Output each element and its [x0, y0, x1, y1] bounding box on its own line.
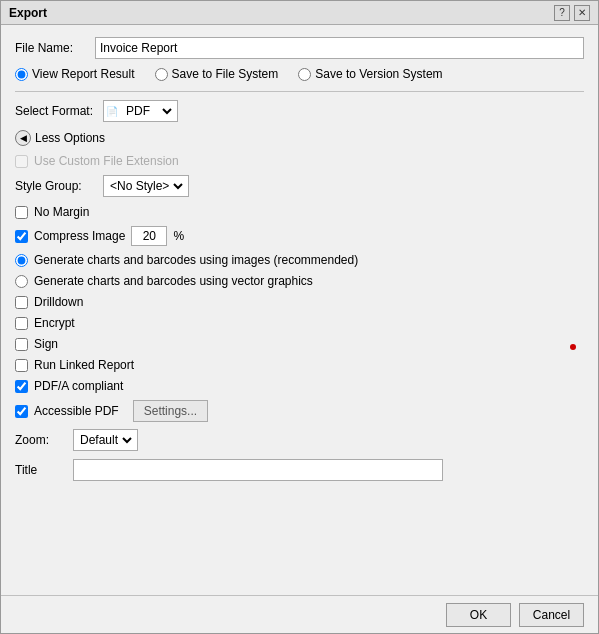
sign-label: Sign	[34, 337, 58, 351]
file-name-row: File Name:	[15, 37, 584, 59]
drilldown-label: Drilldown	[34, 295, 83, 309]
view-report-radio[interactable]	[15, 68, 28, 81]
settings-button[interactable]: Settings...	[133, 400, 208, 422]
encrypt-checkbox[interactable]	[15, 317, 28, 330]
use-custom-label: Use Custom File Extension	[34, 154, 179, 168]
zoom-row: Zoom: Default 50% 75% 100% 125% 150%	[15, 429, 584, 451]
accessible-pdf-row: Accessible PDF Settings...	[15, 400, 584, 422]
save-file-radio[interactable]	[155, 68, 168, 81]
encrypt-row: Encrypt	[15, 316, 584, 330]
save-file-option[interactable]: Save to File System	[155, 67, 279, 81]
drilldown-checkbox[interactable]	[15, 296, 28, 309]
less-options-label: Less Options	[35, 131, 105, 145]
pdf-a-row: PDF/A compliant	[15, 379, 584, 393]
close-button[interactable]: ✕	[574, 5, 590, 21]
pdf-a-label: PDF/A compliant	[34, 379, 123, 393]
generate-images-label: Generate charts and barcodes using image…	[34, 253, 358, 267]
pdf-icon: 📄	[106, 106, 118, 117]
cancel-button[interactable]: Cancel	[519, 603, 584, 627]
accessible-pdf-label: Accessible PDF	[34, 404, 119, 418]
bottom-bar: OK Cancel	[1, 595, 598, 633]
generate-vector-label: Generate charts and barcodes using vecto…	[34, 274, 313, 288]
compress-image-row: Compress Image %	[15, 226, 584, 246]
title-bar: Export ? ✕	[1, 1, 598, 25]
help-button[interactable]: ?	[554, 5, 570, 21]
drilldown-row: Drilldown	[15, 295, 584, 309]
view-report-option[interactable]: View Report Result	[15, 67, 135, 81]
accessible-pdf-checkbox[interactable]	[15, 405, 28, 418]
view-report-label: View Report Result	[32, 67, 135, 81]
ok-button[interactable]: OK	[446, 603, 511, 627]
zoom-label: Zoom:	[15, 433, 65, 447]
dialog-title: Export	[9, 6, 47, 20]
title-field-label: Title	[15, 463, 65, 477]
save-file-label: Save to File System	[172, 67, 279, 81]
run-linked-checkbox[interactable]	[15, 359, 28, 372]
format-select-wrapper[interactable]: 📄 PDF Excel Word HTML CSV	[103, 100, 178, 122]
style-group-label: Style Group:	[15, 179, 95, 193]
format-select[interactable]: PDF Excel Word HTML CSV	[122, 101, 175, 121]
destination-row: View Report Result Save to File System S…	[15, 67, 584, 81]
separator-1	[15, 91, 584, 92]
file-name-input[interactable]	[95, 37, 584, 59]
select-format-row: Select Format: 📄 PDF Excel Word HTML CSV	[15, 100, 584, 122]
save-version-radio[interactable]	[298, 68, 311, 81]
zoom-select-wrapper[interactable]: Default 50% 75% 100% 125% 150%	[73, 429, 138, 451]
compress-image-checkbox[interactable]	[15, 230, 28, 243]
pdf-a-checkbox[interactable]	[15, 380, 28, 393]
generate-vector-radio[interactable]	[15, 275, 28, 288]
encrypt-label: Encrypt	[34, 316, 75, 330]
compress-value-input[interactable]	[131, 226, 167, 246]
run-linked-label: Run Linked Report	[34, 358, 134, 372]
title-text-input[interactable]	[73, 459, 443, 481]
use-custom-checkbox	[15, 155, 28, 168]
title-bar-buttons: ? ✕	[554, 5, 590, 21]
generate-vector-row: Generate charts and barcodes using vecto…	[15, 274, 584, 288]
zoom-select[interactable]: Default 50% 75% 100% 125% 150%	[76, 430, 135, 450]
save-version-label: Save to Version System	[315, 67, 442, 81]
export-dialog: Export ? ✕ File Name: View Report Result…	[0, 0, 599, 634]
run-linked-row: Run Linked Report	[15, 358, 584, 372]
style-group-row: Style Group: <No Style>	[15, 175, 584, 197]
dialog-content: File Name: View Report Result Save to Fi…	[1, 25, 598, 501]
generate-images-radio[interactable]	[15, 254, 28, 267]
file-name-label: File Name:	[15, 41, 95, 55]
generate-images-row: Generate charts and barcodes using image…	[15, 253, 584, 267]
style-group-select[interactable]: <No Style>	[106, 176, 186, 196]
save-version-option[interactable]: Save to Version System	[298, 67, 442, 81]
no-margin-row: No Margin	[15, 205, 584, 219]
compress-image-label: Compress Image	[34, 229, 125, 243]
style-group-select-wrapper[interactable]: <No Style>	[103, 175, 189, 197]
no-margin-label: No Margin	[34, 205, 89, 219]
title-input-row: Title	[15, 459, 584, 481]
compress-suffix: %	[173, 229, 184, 243]
sign-checkbox[interactable]	[15, 338, 28, 351]
less-options-button[interactable]: ◀ Less Options	[15, 130, 105, 146]
select-format-label: Select Format:	[15, 104, 95, 118]
less-options-icon: ◀	[15, 130, 31, 146]
no-margin-checkbox[interactable]	[15, 206, 28, 219]
sign-row: Sign	[15, 337, 584, 351]
use-custom-row: Use Custom File Extension	[15, 154, 584, 168]
red-dot-indicator	[570, 344, 576, 350]
